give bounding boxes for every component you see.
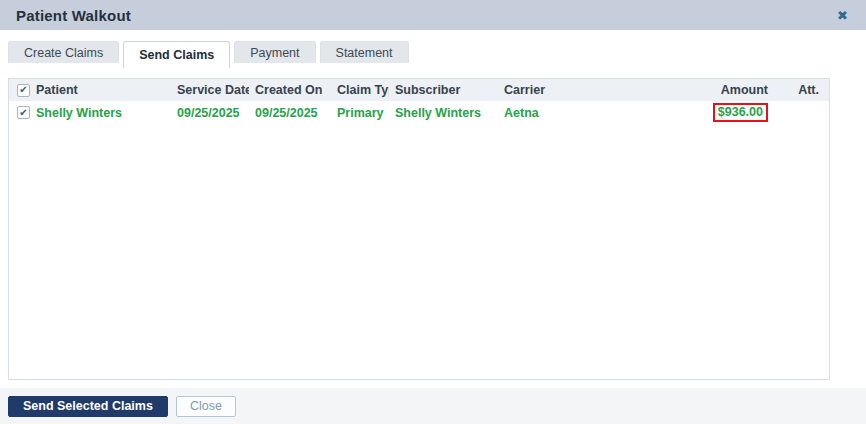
column-header-subscriber: Subscriber — [389, 83, 498, 97]
cell-amount: $936.00 — [689, 103, 774, 122]
tab-bar: Create Claims Send Claims Payment Statem… — [8, 41, 858, 68]
close-button[interactable]: Close — [176, 396, 236, 417]
cell-carrier: Aetna — [498, 106, 689, 120]
table-row[interactable]: ✔ Shelly Winters 09/25/2025 09/25/2025 P… — [9, 101, 829, 124]
column-header-amount: Amount — [689, 83, 774, 97]
cell-patient: Shelly Winters — [30, 106, 171, 120]
close-icon[interactable]: ✖ — [837, 9, 850, 22]
cell-service-date: 09/25/2025 — [171, 106, 249, 120]
column-header-att: Att. — [774, 83, 829, 97]
table-header-row: ✔ Patient Service Date Created On Claim … — [9, 79, 829, 101]
dialog-footer: Send Selected Claims Close — [0, 388, 866, 424]
dialog-titlebar: Patient Walkout ✖ — [0, 0, 866, 30]
header-checkbox-cell: ✔ — [9, 84, 30, 97]
tab-payment[interactable]: Payment — [234, 41, 315, 63]
column-header-claim-type: Claim Type — [331, 83, 389, 97]
tab-statement[interactable]: Statement — [320, 41, 409, 63]
row-checkbox[interactable]: ✔ — [17, 106, 30, 119]
amount-highlight-box: $936.00 — [713, 103, 768, 122]
cell-claim-type: Primary — [331, 106, 389, 120]
cell-subscriber: Shelly Winters — [389, 106, 498, 120]
claims-table: ✔ Patient Service Date Created On Claim … — [8, 78, 830, 380]
column-header-service-date: Service Date — [171, 83, 249, 97]
column-header-carrier: Carrier — [498, 83, 689, 97]
send-selected-claims-button[interactable]: Send Selected Claims — [8, 396, 168, 417]
column-header-patient: Patient — [30, 83, 171, 97]
tab-send-claims[interactable]: Send Claims — [123, 41, 230, 68]
tab-create-claims[interactable]: Create Claims — [8, 41, 119, 63]
row-checkbox-cell: ✔ — [9, 106, 30, 119]
select-all-checkbox[interactable]: ✔ — [17, 84, 30, 97]
column-header-created-on: Created On — [249, 83, 331, 97]
dialog-title: Patient Walkout — [16, 7, 131, 24]
cell-created-on: 09/25/2025 — [249, 106, 331, 120]
